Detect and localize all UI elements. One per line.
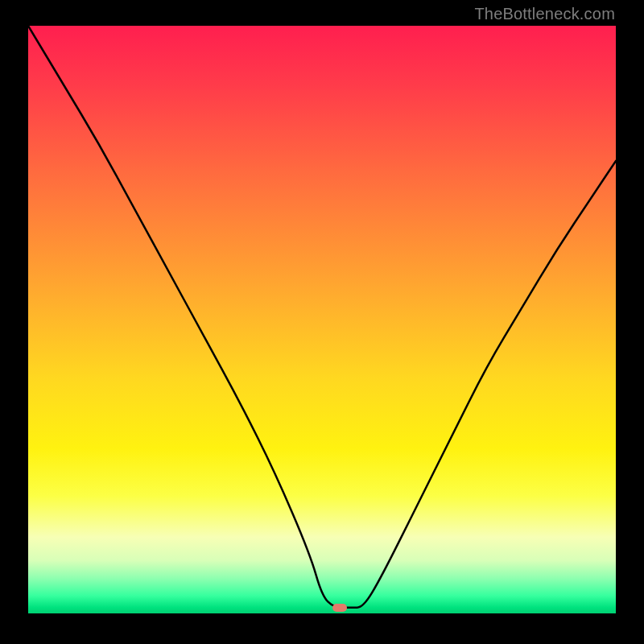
bottleneck-curve xyxy=(28,26,616,613)
watermark-text: TheBottleneck.com xyxy=(474,5,615,23)
plot-area xyxy=(28,26,616,613)
chart-frame: TheBottleneck.com xyxy=(0,0,644,644)
optimal-marker xyxy=(332,604,347,612)
